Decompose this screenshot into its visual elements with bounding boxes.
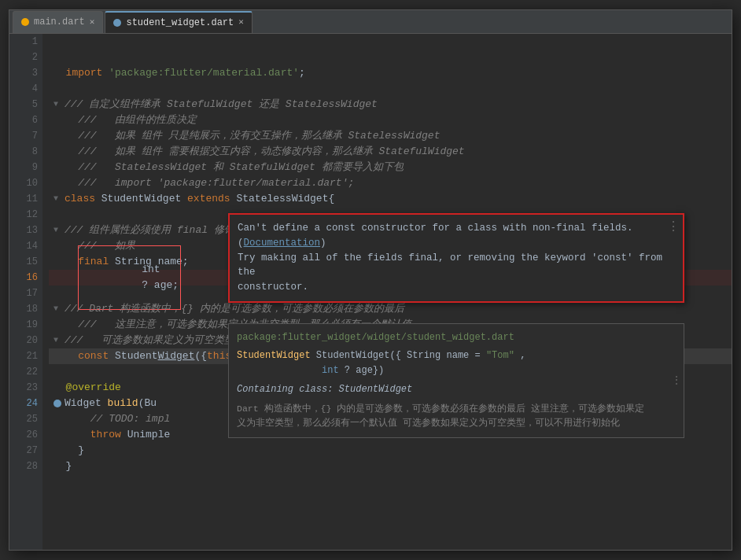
code-line-9: /// StatelessWidget 和 StatefulWidget 都需要… [49,160,732,175]
info-containing: Containing class: StudentWidget [237,382,676,397]
tab-icon-main [21,18,29,26]
ln-15: 15 [14,254,38,270]
code-line-4 [49,81,732,97]
code-line-18: ▼ /// Dart 构造函数中，{} 内的是可选参数，可选参数必须在参数的最后 [49,301,732,317]
ln-9: 9 [14,160,38,175]
ln-25: 25 [14,411,38,427]
code-line-27: } [49,443,732,459]
ln-20: 20 [14,333,38,348]
ln-14: 14 [14,238,38,254]
info-path: package:flutter_widget/widget/student_wi… [237,330,676,345]
ln-6: 6 [14,112,38,128]
error-suggestion: Try making all of the fields final, or r… [238,252,662,293]
tab-icon-student [113,19,121,27]
code-line-28: } [49,459,732,474]
ln-3: 3 [14,65,38,81]
code-area: 1 2 3 4 5 6 7 8 9 10 11 12 13 14 15 16 1… [9,34,732,550]
fold-icon-5[interactable]: ▼ [53,97,63,112]
ln-26: 26 [14,427,38,443]
code-line-1 [49,34,732,50]
ln-23: 23 [14,380,38,396]
ln-11: 11 [14,191,38,207]
info-popup: package:flutter_widget/widget/student_wi… [228,323,684,438]
code-line-11: ▼ class StudentWidget extends StatelessW… [49,191,732,207]
code-line-8: /// 如果 组件 需要根据交互内容，动态修改内容，那么继承 StatefulW… [49,144,732,160]
tab-student-widget[interactable]: student_widget.dart ✕ [105,11,252,33]
breakpoint-icon [53,400,61,407]
code-line-3: import 'package:flutter/material.dart' ; [49,65,732,81]
ln-27: 27 [14,443,38,459]
ln-1: 1 [14,34,38,50]
fold-icon-18[interactable]: ▼ [53,301,63,317]
ln-17: 17 [14,286,38,301]
fold-icon-20[interactable]: ▼ [53,333,63,348]
tab-label-main: main.dart [34,17,85,28]
ln-4: 4 [14,81,38,97]
ln-7: 7 [14,128,38,144]
info-popup-scroll[interactable]: ⋮ [671,372,682,389]
info-description: Dart 构造函数中，{} 内的是可选参数，可选参数必须在参数的最后 这里注意，… [237,402,676,431]
error-popup-menu[interactable]: ⋮ [667,218,680,237]
fold-icon-11[interactable]: ▼ [53,191,63,207]
code-line-10: /// import 'package:flutter/material.dar… [49,175,732,191]
ln-8: 8 [14,144,38,160]
ln-12: 12 [14,207,38,223]
tab-close-main[interactable]: ✕ [90,18,95,27]
code-content[interactable]: import 'package:flutter/material.dart' ;… [42,34,732,550]
tab-label-student: student_widget.dart [126,17,234,28]
ln-22: 22 [14,364,38,380]
code-line-2 [49,50,732,65]
ln-10: 10 [14,175,38,191]
editor-container: main.dart ✕ student_widget.dart ✕ 1 2 3 … [9,9,732,551]
ln-2: 2 [14,50,38,65]
code-line-7: /// 如果 组件 只是纯展示，没有交互操作，那么继承 StatelessWid… [49,128,732,144]
ln-18: 18 [14,301,38,317]
code-line-5: ▼ /// 自定义组件继承 StatefulWidget 还是 Stateles… [49,97,732,112]
fold-icon-13[interactable]: ▼ [53,223,63,238]
ln-19: 19 [14,317,38,333]
ln-13: 13 [14,223,38,238]
documentation-link[interactable]: Documentation [244,238,321,249]
ln-24: 24 [14,396,38,411]
line-numbers: 1 2 3 4 5 6 7 8 9 10 11 12 13 14 15 16 1… [9,34,42,550]
tab-close-student[interactable]: ✕ [238,18,244,27]
code-line-6: /// 由组件的性质决定 [49,112,732,128]
info-signature: StudentWidget StudentWidget({ String nam… [237,348,676,378]
tab-main-dart[interactable]: main.dart ✕ [13,11,103,33]
ln-21: 21 [14,348,38,364]
error-popup: Can't define a const constructor for a c… [228,213,684,303]
ln-16: 16 [14,270,38,286]
ln-28: 28 [14,459,38,474]
tab-bar: main.dart ✕ student_widget.dart ✕ [9,10,732,34]
ln-5: 5 [14,97,38,112]
